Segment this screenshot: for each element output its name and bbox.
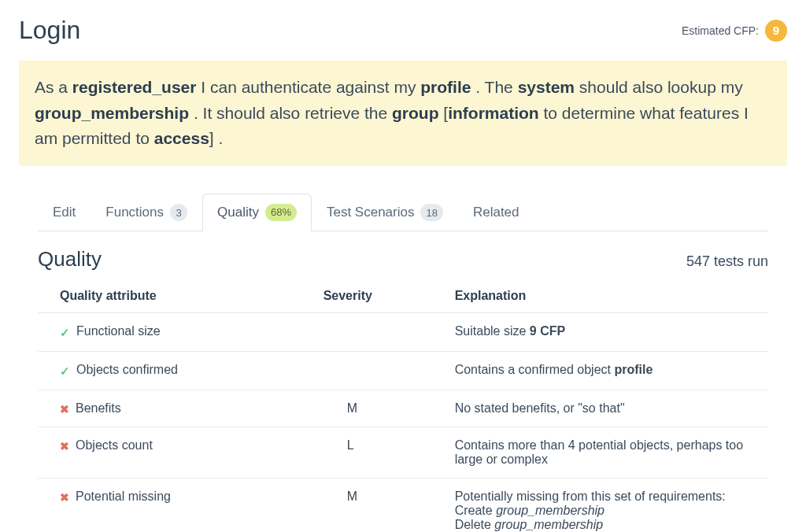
story-text: should also lookup my — [575, 78, 743, 96]
table-row: ✖Potential missingMPotentially missing f… — [38, 478, 768, 532]
user-story-box: As a registered_user I can authenticate … — [19, 61, 787, 166]
tab-functions[interactable]: Functions3 — [91, 194, 202, 231]
tab-label: Functions — [105, 205, 164, 220]
severity-cell: M — [316, 478, 447, 532]
severity-cell: M — [316, 390, 447, 427]
severity-cell — [316, 351, 447, 390]
tests-run-count: 547 tests run — [686, 253, 768, 270]
cfp-value-badge: 9 — [765, 20, 787, 42]
attribute-cell: ✓Objects confirmed — [38, 351, 316, 390]
check-icon: ✓ — [60, 364, 70, 379]
story-keyword: registered_user — [72, 78, 197, 96]
story-text: . It should also retrieve the — [189, 104, 392, 122]
story-text: . The — [471, 78, 517, 96]
story-text: [ — [439, 104, 449, 122]
table-row: ✓Objects confirmedContains a confirmed o… — [38, 351, 768, 390]
quality-table: Quality attribute Severity Explanation ✓… — [38, 279, 768, 532]
check-icon: ✓ — [60, 326, 70, 340]
cross-icon: ✖ — [60, 440, 69, 453]
explanation-cell: Contains more than 4 potential objects, … — [447, 427, 768, 478]
column-header-severity: Severity — [316, 279, 447, 313]
table-row: ✖Objects countLContains more than 4 pote… — [38, 427, 768, 478]
attribute-name: Potential missing — [76, 490, 171, 504]
cfp-estimate: Estimated CFP: 9 — [682, 20, 787, 42]
attribute-cell: ✓Functional size — [38, 312, 316, 351]
cross-icon: ✖ — [60, 403, 69, 416]
severity-cell — [316, 312, 447, 351]
story-keyword: access — [154, 129, 209, 147]
tab-label: Related — [473, 205, 519, 220]
explanation-cell: No stated benefits, or "so that" — [447, 390, 768, 427]
page-title: Login — [19, 16, 80, 45]
column-header-explanation: Explanation — [447, 279, 768, 313]
tab-label: Test Scenarios — [327, 205, 415, 220]
story-keyword: group — [392, 104, 438, 122]
story-keyword: profile — [420, 78, 471, 96]
attribute-name: Objects confirmed — [76, 363, 178, 377]
quality-section-header: Quality 547 tests run — [38, 247, 768, 272]
tab-badge: 68% — [265, 204, 297, 221]
explanation-cell: Contains a confirmed object profile — [447, 351, 768, 390]
story-keyword: group_membership — [35, 104, 189, 122]
tab-quality[interactable]: Quality68% — [202, 194, 312, 231]
attribute-name: Objects count — [76, 438, 153, 453]
cfp-label: Estimated CFP: — [682, 24, 759, 37]
explanation-cell: Suitable size 9 CFP — [447, 312, 768, 351]
story-text: ] . — [209, 129, 224, 147]
attribute-name: Functional size — [76, 324, 161, 338]
attribute-cell: ✖Benefits — [38, 390, 316, 427]
attribute-name: Benefits — [76, 401, 121, 416]
tab-related[interactable]: Related — [458, 194, 534, 231]
cross-icon: ✖ — [60, 491, 69, 504]
tabs-bar: EditFunctions3Quality68%Test Scenarios18… — [38, 193, 768, 231]
tab-test-scenarios[interactable]: Test Scenarios18 — [312, 194, 458, 231]
attribute-cell: ✖Objects count — [38, 427, 316, 478]
attribute-cell: ✖Potential missing — [38, 478, 316, 532]
tab-label: Quality — [217, 205, 259, 220]
explanation-cell: Potentially missing from this set of req… — [447, 478, 768, 532]
story-text: As a — [35, 78, 72, 96]
story-keyword: information — [448, 104, 539, 122]
table-row: ✓Functional sizeSuitable size 9 CFP — [38, 312, 768, 351]
quality-section-title: Quality — [38, 247, 102, 272]
severity-cell: L — [316, 427, 447, 478]
page-header: Login Estimated CFP: 9 — [19, 16, 787, 45]
tab-edit[interactable]: Edit — [38, 194, 91, 231]
story-text: I can authenticate against my — [196, 78, 420, 96]
story-keyword: system — [518, 78, 575, 96]
table-row: ✖BenefitsMNo stated benefits, or "so tha… — [38, 390, 768, 427]
column-header-attribute: Quality attribute — [38, 279, 316, 313]
tab-label: Edit — [53, 205, 76, 220]
tab-badge: 3 — [170, 204, 187, 221]
tab-badge: 18 — [420, 204, 442, 221]
